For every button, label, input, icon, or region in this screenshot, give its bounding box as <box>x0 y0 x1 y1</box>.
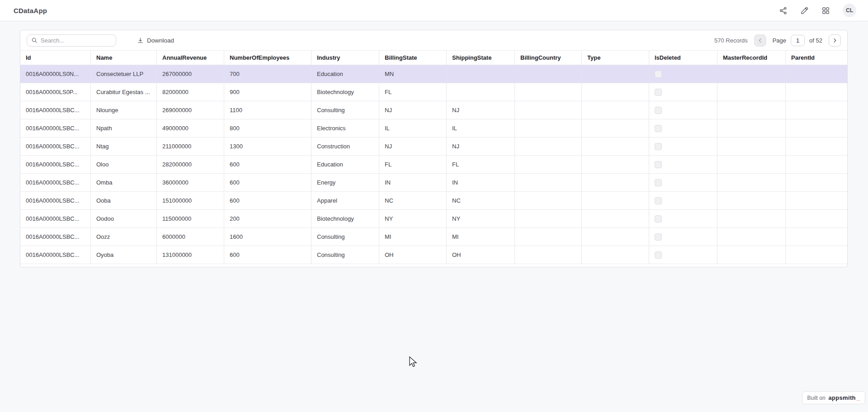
cell-name[interactable]: Consectetuer LLP <box>91 65 157 83</box>
cell-shippingState[interactable] <box>447 83 515 101</box>
table-row[interactable]: 0016A00000LSBC...Oozz60000001600Consulti… <box>20 228 847 246</box>
cell-type[interactable] <box>582 246 649 264</box>
cell-billingState[interactable]: FL <box>379 156 447 174</box>
cell-isDeleted[interactable] <box>649 119 717 137</box>
cell-billingState[interactable]: NC <box>379 192 447 210</box>
cell-industry[interactable]: Energy <box>311 174 379 192</box>
cell-annualRevenue[interactable]: 115000000 <box>157 210 224 228</box>
cell-numberOfEmployees[interactable]: 1100 <box>224 101 311 119</box>
table-row[interactable]: 0016A00000LSBC...Oloo282000000600Educati… <box>20 156 847 174</box>
table-row[interactable]: 0016A00000LSBC...Npath49000000800Electro… <box>20 119 847 137</box>
cell-masterRecordId[interactable] <box>717 65 786 83</box>
cell-annualRevenue[interactable]: 36000000 <box>157 174 224 192</box>
table-row[interactable]: 0016A00000LSBC...Ntag2110000001300Constr… <box>20 137 847 156</box>
cell-name[interactable]: Oodoo <box>91 210 157 228</box>
share-icon[interactable] <box>779 6 788 15</box>
cell-annualRevenue[interactable]: 6000000 <box>157 228 224 246</box>
table-row[interactable]: 0016A00000LSBC...Ooba151000000600Apparel… <box>20 192 847 210</box>
cell-numberOfEmployees[interactable]: 600 <box>224 246 311 264</box>
cell-masterRecordId[interactable] <box>717 246 786 264</box>
cell-industry[interactable]: Electronics <box>311 119 379 137</box>
cell-numberOfEmployees[interactable]: 200 <box>224 210 311 228</box>
cell-type[interactable] <box>582 119 649 137</box>
cell-industry[interactable]: Biotechnology <box>311 83 379 101</box>
table-row[interactable]: 0016A00000LSBC...Oodoo115000000200Biotec… <box>20 210 847 228</box>
cell-shippingState[interactable]: NY <box>447 210 515 228</box>
cell-isDeleted[interactable] <box>649 210 717 228</box>
cell-masterRecordId[interactable] <box>717 137 786 156</box>
cell-name[interactable]: Oozz <box>91 228 157 246</box>
cell-annualRevenue[interactable]: 267000000 <box>157 65 224 83</box>
cell-name[interactable]: Nlounge <box>91 101 157 119</box>
cell-billingCountry[interactable] <box>515 192 582 210</box>
cell-industry[interactable]: Apparel <box>311 192 379 210</box>
cell-numberOfEmployees[interactable]: 700 <box>224 65 311 83</box>
cell-parentId[interactable] <box>786 119 847 137</box>
cell-billingCountry[interactable] <box>515 65 582 83</box>
cell-numberOfEmployees[interactable]: 600 <box>224 192 311 210</box>
edit-icon[interactable] <box>800 6 809 15</box>
cell-billingState[interactable]: FL <box>379 83 447 101</box>
is-deleted-checkbox[interactable] <box>655 143 662 150</box>
cell-parentId[interactable] <box>786 192 847 210</box>
cell-type[interactable] <box>582 210 649 228</box>
cell-parentId[interactable] <box>786 246 847 264</box>
cell-annualRevenue[interactable]: 151000000 <box>157 192 224 210</box>
cell-billingState[interactable]: OH <box>379 246 447 264</box>
column-header-name[interactable]: Name <box>91 51 157 65</box>
search-input[interactable] <box>41 37 112 44</box>
cell-name[interactable]: Ooba <box>91 192 157 210</box>
cell-name[interactable]: Omba <box>91 174 157 192</box>
column-header-billingState[interactable]: BillingState <box>379 51 447 65</box>
cell-billingState[interactable]: NY <box>379 210 447 228</box>
cell-numberOfEmployees[interactable]: 600 <box>224 174 311 192</box>
cell-billingState[interactable]: MI <box>379 228 447 246</box>
cell-parentId[interactable] <box>786 174 847 192</box>
cell-parentId[interactable] <box>786 210 847 228</box>
apps-grid-icon[interactable] <box>821 6 830 15</box>
next-page-button[interactable] <box>829 34 841 47</box>
cell-isDeleted[interactable] <box>649 65 717 83</box>
cell-id[interactable]: 0016A00000LSBC... <box>20 101 91 119</box>
cell-billingState[interactable]: IN <box>379 174 447 192</box>
column-header-isDeleted[interactable]: IsDeleted <box>649 51 717 65</box>
cell-type[interactable] <box>582 65 649 83</box>
cell-isDeleted[interactable] <box>649 192 717 210</box>
cell-type[interactable] <box>582 83 649 101</box>
is-deleted-checkbox[interactable] <box>655 71 662 78</box>
cell-masterRecordId[interactable] <box>717 101 786 119</box>
cell-billingState[interactable]: IL <box>379 119 447 137</box>
cell-id[interactable]: 0016A00000LSBC... <box>20 246 91 264</box>
cell-type[interactable] <box>582 192 649 210</box>
cell-id[interactable]: 0016A00000LSBC... <box>20 192 91 210</box>
column-header-id[interactable]: Id <box>20 51 91 65</box>
cell-industry[interactable]: Consulting <box>311 246 379 264</box>
column-header-masterRecordId[interactable]: MasterRecordId <box>717 51 786 65</box>
cell-type[interactable] <box>582 174 649 192</box>
table-row[interactable]: 0016A00000LS0P...Curabitur Egestas ...82… <box>20 83 847 101</box>
table-row[interactable]: 0016A00000LSBC...Omba36000000600EnergyIN… <box>20 174 847 192</box>
is-deleted-checkbox[interactable] <box>655 251 662 259</box>
cell-id[interactable]: 0016A00000LS0N... <box>20 65 91 83</box>
avatar[interactable]: CL <box>843 4 856 17</box>
cell-billingCountry[interactable] <box>515 210 582 228</box>
cell-industry[interactable]: Biotechnology <box>311 210 379 228</box>
cell-shippingState[interactable]: NC <box>447 192 515 210</box>
is-deleted-checkbox[interactable] <box>655 107 662 114</box>
cell-numberOfEmployees[interactable]: 900 <box>224 83 311 101</box>
column-header-industry[interactable]: Industry <box>311 51 379 65</box>
cell-numberOfEmployees[interactable]: 1600 <box>224 228 311 246</box>
cell-isDeleted[interactable] <box>649 137 717 156</box>
cell-billingCountry[interactable] <box>515 246 582 264</box>
cell-type[interactable] <box>582 101 649 119</box>
column-header-numberOfEmployees[interactable]: NumberOfEmployees <box>224 51 311 65</box>
cell-parentId[interactable] <box>786 65 847 83</box>
is-deleted-checkbox[interactable] <box>655 233 662 241</box>
cell-masterRecordId[interactable] <box>717 156 786 174</box>
is-deleted-checkbox[interactable] <box>655 197 662 204</box>
cell-type[interactable] <box>582 137 649 156</box>
cell-isDeleted[interactable] <box>649 156 717 174</box>
cell-id[interactable]: 0016A00000LS0P... <box>20 83 91 101</box>
cell-numberOfEmployees[interactable]: 800 <box>224 119 311 137</box>
cell-masterRecordId[interactable] <box>717 228 786 246</box>
